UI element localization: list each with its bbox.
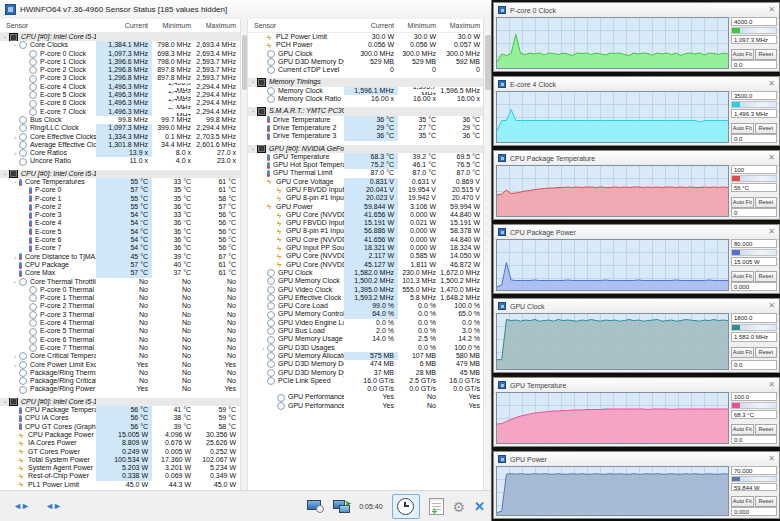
auto-fit-button[interactable]: Auto Fit — [731, 496, 754, 507]
sensor-row[interactable]: Package/Ring Thermal ThrottlingNoNoNo — [0, 369, 240, 377]
sensor-row[interactable]: ϟGPU Core (NVVDD2) Input Power (sum)41.6… — [248, 236, 484, 244]
reset-button[interactable]: Reset — [755, 197, 778, 208]
sensor-row[interactable]: ›Core Ratios13.9 x8.0 x27.0 x — [0, 149, 240, 157]
sensor-group-row[interactable]: ›Memory Timings — [248, 78, 484, 86]
sensor-row[interactable]: GPU Video Clock1,395.0 MHz555.0 MHz1,470… — [248, 286, 484, 294]
sensor-row[interactable]: GPU Performance LimitersYesNoYes — [248, 393, 484, 401]
auto-fit-button[interactable]: Auto Fit — [731, 197, 754, 208]
graph-window-cpu-package-temperature[interactable]: CPU Package Temperature✕10056 °CAuto Fit… — [493, 150, 780, 220]
sensor-row[interactable]: E-core 4 Thermal ThrottlingNoNoNo — [0, 319, 240, 327]
sensor-row[interactable]: E-core 6 Thermal ThrottlingNoNoNo — [0, 336, 240, 344]
sensor-row[interactable]: E-core 5 Thermal ThrottlingNoNoNo — [0, 327, 240, 335]
sensor-row[interactable]: ϟGT Cores Power0.249 W0.005 W0.252 W — [0, 448, 240, 456]
sensor-row[interactable]: ϟCPU Package Power15.005 W4.096 W30.356 … — [0, 431, 240, 439]
window-titlebar[interactable]: HWiNFO64 v7.36-4960 Sensor Status [185 v… — [0, 0, 491, 20]
sensor-row[interactable]: ϟIA Cores Power8.809 W0.676 W25.626 W — [0, 439, 240, 447]
graph-titlebar[interactable]: P-core 0 Clock✕ — [494, 3, 779, 18]
remote-monitor-icon[interactable]: ➤ — [333, 500, 350, 513]
sensor-row[interactable]: E-core 6 Clock1,496.3 MHz1,496.0 MHz2,29… — [0, 99, 240, 107]
uptime-clock-button[interactable] — [392, 494, 420, 519]
sensor-row[interactable]: PCIe Link Speed16.0 GT/s2.5 GT/s16.0 GT/… — [248, 377, 484, 385]
sensor-row[interactable]: Average Effective Clock1,301.8 MHz34.4 M… — [0, 141, 240, 149]
sensor-row[interactable]: ϟGPU 8-pin #1 Input Power56.886 W0.000 W… — [248, 228, 484, 236]
expand-chevron-icon[interactable]: › — [12, 133, 19, 141]
sensor-row[interactable]: GPU Memory Allocated575 MB107 MB580 MB — [248, 352, 484, 360]
expand-chevron-icon[interactable]: › — [260, 344, 267, 352]
expand-chevron-icon[interactable]: › — [1, 398, 9, 405]
auto-fit-button[interactable]: Auto Fit — [731, 347, 754, 358]
sensor-row[interactable]: ϟGPU Core (NVVDD) Output Power2.117 W0.5… — [248, 252, 484, 260]
sensor-row[interactable]: E-core 7 Clock1,496.3 MHz1,496.0 MHz2,29… — [0, 108, 240, 116]
sensor-row[interactable]: E-core 454 °C36 °C56 °C — [0, 220, 240, 228]
close-icon[interactable]: ✕ — [768, 6, 775, 14]
sensor-row[interactable]: ϟPCH Power0.056 W0.056 W0.057 W — [248, 41, 484, 49]
sensor-row[interactable]: Core Max57 °C37 °C61 °C — [0, 269, 240, 277]
sensor-row[interactable]: CPU IA Cores56 °C38 °C59 °C — [0, 414, 240, 422]
sensor-group-row[interactable]: ›GPU [#0]: NVIDIA GeForce RTX 3050 Lapt.… — [248, 145, 484, 153]
expand-chevron-icon[interactable]: › — [249, 108, 257, 115]
expand-chevron-icon[interactable]: › — [11, 278, 19, 285]
sensor-row[interactable]: Ring/LLC Clock1,097.3 MHz399.0 MHz2,294.… — [0, 124, 240, 132]
sensor-row[interactable]: ›Core Effective Clocks1,334.3 MHz0.1 MHz… — [0, 133, 240, 141]
reset-button[interactable]: Reset — [755, 347, 778, 358]
sensor-row[interactable]: E-core 554 °C36 °C56 °C — [0, 228, 240, 236]
auto-fit-button[interactable]: Auto Fit — [731, 424, 754, 435]
sensor-row[interactable]: P-core 0 Clock1,097.3 MHz698.3 MHz2,693.… — [0, 50, 240, 58]
sensor-row[interactable]: GPU D3D Memory Dynamic37 MB28 MB45 MB — [248, 369, 484, 377]
reset-button[interactable]: Reset — [755, 49, 778, 60]
sensor-group-row[interactable]: ›CPU [#0]: Intel Core i5-12450H — [0, 33, 240, 41]
sensor-row[interactable]: E-core 754 °C36 °C56 °C — [0, 244, 240, 252]
sensor-group-row[interactable]: ›CPU [#0]: Intel Core i5-12450H: DTS — [0, 170, 240, 178]
expand-chevron-icon[interactable]: › — [1, 34, 9, 41]
close-icon[interactable]: ✕ — [768, 302, 775, 310]
close-icon[interactable]: ✕ — [768, 154, 775, 162]
sensor-row[interactable]: GPU Memory Clock1,500.2 MHz101.3 MHz1,50… — [248, 277, 484, 285]
sensor-row[interactable]: ϟPL2 Power Limit30.0 W30.0 W30.0 W — [248, 33, 484, 41]
sensor-row[interactable]: Memory Clock Ratio16.00 x16.00 x16.00 x — [248, 95, 484, 103]
settings-gear-icon[interactable]: ⚙ — [453, 500, 466, 514]
sensor-row[interactable]: Package/Ring Critical TemperatureNoNoNo — [0, 377, 240, 385]
auto-fit-button[interactable]: Auto Fit — [731, 271, 754, 282]
sensor-row[interactable]: CPU Package57 °C40 °C61 °C — [0, 261, 240, 269]
sensor-row[interactable]: ϟGPU Core (NVVDD) Output Power45.127 W1.… — [248, 261, 484, 269]
sensor-row[interactable]: GPU Thermal Limit87.0 °C87.0 °C87.0 °C — [248, 169, 484, 177]
sensor-row[interactable]: Current cTDP Level000 — [248, 66, 484, 74]
close-icon[interactable]: ✕ — [768, 80, 775, 88]
right-pane-scrollbar[interactable] — [483, 19, 491, 491]
sensor-row[interactable]: ϟGPU Core (NVVDD) Input Power (sum)41.65… — [248, 211, 484, 219]
sensor-row[interactable]: ϟPL1 Power Limit45.0 W44.3 W45.0 W — [0, 481, 240, 489]
auto-fit-button[interactable]: Auto Fit — [731, 123, 754, 134]
expand-chevron-icon[interactable]: › — [12, 253, 19, 261]
sensor-row[interactable]: ϟGPU Input PP Source Power (sum)18.321 W… — [248, 244, 484, 252]
close-icon[interactable]: ✕ — [768, 228, 775, 236]
sensor-row[interactable]: P-core 2 Thermal ThrottlingNoNoNo — [0, 303, 240, 311]
sensors-monitor-icon[interactable] — [307, 500, 324, 513]
sensor-row[interactable]: CPU GT Cores (Graphics)56 °C39 °C58 °C — [0, 423, 240, 431]
expand-chevron-icon[interactable]: › — [249, 145, 257, 152]
sensor-row[interactable]: ϟRest-of-Chip Power0.338 W0.069 W0.349 W — [0, 472, 240, 480]
sensor-group-row[interactable]: ›CPU [#0]: Intel Core i5-12450H: Enhance… — [0, 398, 240, 406]
move-column-left-button[interactable]: ◄► — [8, 497, 34, 515]
sensor-row[interactable]: Drive Temperature 229 °C27 °C29 °C — [248, 124, 484, 132]
sensor-row[interactable]: ›Core Temperatures55 °C33 °C61 °C — [0, 178, 240, 186]
sensor-row[interactable]: P-core 3 Clock1,296.8 MHz897.8 MHz2,593.… — [0, 74, 240, 82]
sensor-row[interactable]: CPU Package Temperature56 °C41 °C59 °C — [0, 406, 240, 414]
sensor-row[interactable]: P-core 057 °C35 °C61 °C — [0, 186, 240, 194]
graph-window-cpu-package-power[interactable]: CPU Package Power✕80.00015.005 WAuto Fit… — [493, 224, 780, 294]
sensor-row[interactable]: ϟTotal System Power100.534 W17.360 W102.… — [0, 456, 240, 464]
graph-titlebar[interactable]: E-core 4 Clock✕ — [494, 77, 779, 92]
graph-window-gpu-power[interactable]: GPU Power✕70.00059.844 WAuto FitReset0.0… — [493, 451, 780, 519]
sensor-row[interactable]: Memory Clock1,596.1 MHz1,595.7 MHz1,596.… — [248, 87, 484, 95]
sensor-row[interactable]: P-core 3 Thermal ThrottlingNoNoNo — [0, 311, 240, 319]
sensor-row[interactable]: Drive Temperature 336 °C35 °C36 °C — [248, 132, 484, 140]
sensor-row[interactable]: E-core 5 Clock1,496.3 MHz1,496.0 MHz2,29… — [0, 91, 240, 99]
sensor-row[interactable]: Drive Temperature36 °C35 °C36 °C — [248, 116, 484, 124]
sensor-row[interactable]: GPU Video Engine Load0.0 %0.0 %0.0 % — [248, 319, 484, 327]
sensor-row[interactable]: ›Core Distance to TjMAX45 °C39 °C67 °C — [0, 253, 240, 261]
close-icon[interactable]: ✕ — [474, 500, 485, 513]
sensor-row[interactable]: E-core 654 °C36 °C56 °C — [0, 236, 240, 244]
sensor-row[interactable]: P-core 0 Thermal ThrottlingNoNoNo — [0, 286, 240, 294]
reset-button[interactable]: Reset — [755, 424, 778, 435]
reset-button[interactable]: Reset — [755, 271, 778, 282]
sensor-row[interactable]: GPU Memory Usage14.0 %2.5 %14.2 % — [248, 335, 484, 343]
